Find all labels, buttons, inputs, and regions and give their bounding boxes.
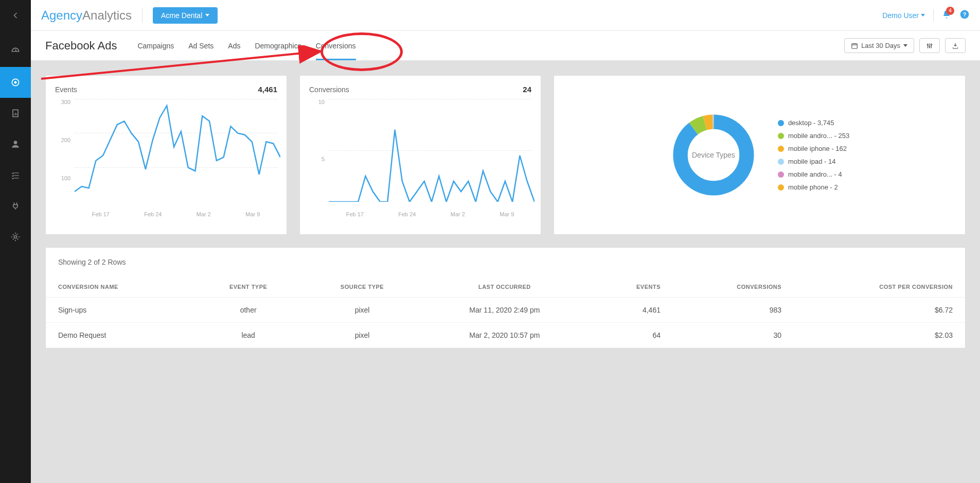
legend-dot bbox=[778, 171, 784, 178]
donut-chart: Device Types bbox=[670, 111, 757, 199]
cell-events: 4,461 bbox=[587, 298, 673, 323]
legend-label: mobile andro... - 4 bbox=[788, 170, 842, 178]
svg-point-9 bbox=[929, 46, 930, 47]
conversions-title: Conversions bbox=[309, 85, 349, 94]
sidebar-gear-icon[interactable] bbox=[0, 221, 31, 252]
divider bbox=[142, 8, 142, 23]
x-tick: Mar 9 bbox=[500, 211, 514, 217]
tab-campaigns[interactable]: Campaigns bbox=[137, 31, 174, 60]
notification-badge: 4 bbox=[946, 7, 954, 15]
sidebar-plug-icon[interactable] bbox=[0, 191, 31, 221]
legend-item: mobile ipad - 14 bbox=[778, 158, 849, 165]
legend-dot bbox=[778, 120, 784, 126]
events-value: 4,461 bbox=[258, 85, 277, 94]
settings-button[interactable] bbox=[919, 38, 940, 53]
conversions-table-card: Showing 2 of 2 Rows CONVERSION NAME EVEN… bbox=[45, 247, 966, 349]
date-range-label: Last 30 Days bbox=[861, 42, 900, 49]
page-title: Facebook Ads bbox=[45, 39, 117, 53]
sidebar-dashboard-icon[interactable] bbox=[0, 36, 31, 67]
tab-ad-sets[interactable]: Ad Sets bbox=[188, 31, 213, 60]
sidebar bbox=[0, 0, 31, 483]
sidebar-target-icon[interactable] bbox=[0, 67, 31, 98]
col-last-occurred[interactable]: LAST OCCURRED bbox=[422, 277, 588, 298]
sidebar-back-icon[interactable] bbox=[0, 0, 31, 31]
y-tick: 200 bbox=[55, 137, 70, 143]
sidebar-report-icon[interactable] bbox=[0, 98, 31, 129]
tabs: Campaigns Ad Sets Ads Demographics Conve… bbox=[137, 31, 355, 60]
legend-label: mobile andro... - 253 bbox=[788, 132, 849, 140]
cell-event-type: other bbox=[194, 298, 303, 323]
legend-dot bbox=[778, 133, 784, 139]
table-caption: Showing 2 of 2 Rows bbox=[46, 248, 965, 277]
events-line bbox=[75, 99, 280, 202]
cell-cost: $6.72 bbox=[794, 298, 965, 323]
conversions-table: CONVERSION NAME EVENT TYPE SOURCE TYPE L… bbox=[46, 277, 965, 348]
cell-last-occurred: Mar 2, 2020 10:57 pm bbox=[422, 323, 588, 348]
events-chart: 300 200 100 Feb 17 Fe bbox=[55, 99, 277, 217]
col-cost[interactable]: COST PER CONVERSION bbox=[794, 277, 965, 298]
conversions-chart: 10 5 Feb 17 Feb 24 Ma bbox=[309, 99, 531, 217]
legend-item: mobile andro... - 4 bbox=[778, 170, 849, 178]
client-selector-button[interactable]: Acme Dental bbox=[153, 7, 218, 24]
tab-conversions[interactable]: Conversions bbox=[316, 31, 356, 60]
help-icon[interactable]: ? bbox=[959, 9, 970, 22]
conversions-line bbox=[329, 99, 534, 202]
cell-event-type: lead bbox=[194, 323, 303, 348]
cell-conversions: 30 bbox=[673, 323, 794, 348]
cell-events: 64 bbox=[587, 323, 673, 348]
user-menu[interactable]: Demo User bbox=[882, 11, 925, 20]
y-tick: 5 bbox=[309, 156, 325, 162]
date-range-button[interactable]: Last 30 Days bbox=[844, 38, 914, 53]
user-name: Demo User bbox=[882, 11, 919, 20]
notifications-button[interactable]: 4 bbox=[942, 10, 951, 21]
cards-row: Events 4,461 300 200 100 bbox=[45, 75, 966, 235]
cell-source-type: pixel bbox=[303, 298, 422, 323]
tab-ads[interactable]: Ads bbox=[228, 31, 240, 60]
cell-conversions: 983 bbox=[673, 298, 794, 323]
device-legend: desktop - 3,745mobile andro... - 253mobi… bbox=[778, 119, 849, 191]
sidebar-checklist-icon[interactable] bbox=[0, 160, 31, 191]
cell-cost: $2.03 bbox=[794, 323, 965, 348]
subheader: Facebook Ads Campaigns Ad Sets Ads Demog… bbox=[31, 31, 980, 61]
legend-item: desktop - 3,745 bbox=[778, 119, 849, 127]
cell-source-type: pixel bbox=[303, 323, 422, 348]
conversions-value: 24 bbox=[523, 85, 531, 94]
svg-point-4 bbox=[14, 236, 17, 238]
content: Events 4,461 300 200 100 bbox=[31, 61, 980, 363]
sidebar-user-icon[interactable] bbox=[0, 129, 31, 160]
legend-label: desktop - 3,745 bbox=[788, 119, 834, 127]
y-tick: 10 bbox=[309, 99, 325, 105]
svg-point-1 bbox=[14, 81, 17, 84]
logo[interactable]: AgencyAnalytics bbox=[41, 8, 132, 23]
svg-text:?: ? bbox=[963, 11, 966, 18]
legend-item: mobile iphone - 162 bbox=[778, 145, 849, 152]
legend-item: mobile andro... - 253 bbox=[778, 132, 849, 140]
cell-name: Demo Request bbox=[46, 323, 194, 348]
svg-point-3 bbox=[14, 141, 17, 144]
col-conversions[interactable]: CONVERSIONS bbox=[673, 277, 794, 298]
table-row[interactable]: Sign-upsotherpixelMar 11, 2020 2:49 pm4,… bbox=[46, 298, 965, 323]
donut-center-label: Device Types bbox=[692, 151, 735, 159]
legend-dot bbox=[778, 159, 784, 165]
legend-label: mobile ipad - 14 bbox=[788, 158, 836, 165]
legend-dot bbox=[778, 184, 784, 191]
events-card: Events 4,461 300 200 100 bbox=[45, 75, 287, 235]
col-source-type[interactable]: SOURCE TYPE bbox=[303, 277, 422, 298]
download-button[interactable] bbox=[945, 38, 966, 53]
device-types-card: Device Types desktop - 3,745mobile andro… bbox=[554, 75, 966, 235]
divider bbox=[933, 9, 934, 22]
x-tick: Mar 2 bbox=[197, 211, 211, 217]
y-tick: 100 bbox=[55, 175, 70, 181]
x-tick: Feb 17 bbox=[92, 211, 110, 217]
tab-demographics[interactable]: Demographics bbox=[255, 31, 301, 60]
svg-point-8 bbox=[927, 44, 928, 45]
caret-down-icon bbox=[903, 44, 907, 47]
logo-part2: Analytics bbox=[82, 8, 132, 22]
col-event-type[interactable]: EVENT TYPE bbox=[194, 277, 303, 298]
col-conversion-name[interactable]: CONVERSION NAME bbox=[46, 277, 194, 298]
col-events[interactable]: EVENTS bbox=[587, 277, 673, 298]
x-tick: Mar 2 bbox=[451, 211, 465, 217]
legend-label: mobile phone - 2 bbox=[788, 183, 838, 191]
legend-item: mobile phone - 2 bbox=[778, 183, 849, 191]
table-row[interactable]: Demo RequestleadpixelMar 2, 2020 10:57 p… bbox=[46, 323, 965, 348]
